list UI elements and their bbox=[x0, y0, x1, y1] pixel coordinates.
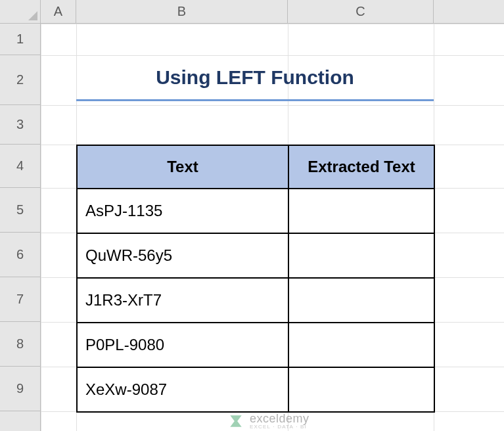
cell-extracted[interactable] bbox=[288, 278, 434, 323]
select-all-corner[interactable] bbox=[0, 0, 41, 24]
cell-extracted[interactable] bbox=[288, 323, 434, 367]
row-header-9[interactable]: 9 bbox=[0, 367, 41, 411]
cell-extracted[interactable] bbox=[288, 233, 434, 278]
watermark-tagline: EXCEL · DATA · BI bbox=[250, 424, 309, 430]
row-header-blank bbox=[0, 411, 41, 431]
cell-extracted[interactable] bbox=[288, 189, 434, 233]
header-text[interactable]: Text bbox=[77, 145, 288, 189]
cell-text[interactable]: QuWR-56y5 bbox=[77, 233, 288, 278]
table-row: XeXw-9087 bbox=[77, 367, 434, 412]
cell-extracted[interactable] bbox=[288, 367, 434, 412]
cell-text[interactable]: P0PL-9080 bbox=[77, 323, 288, 367]
row-header-7[interactable]: 7 bbox=[0, 277, 41, 322]
row-header-2[interactable]: 2 bbox=[0, 55, 41, 105]
data-table: Text Extracted Text AsPJ-1135QuWR-56y5J1… bbox=[76, 145, 435, 413]
table-row: AsPJ-1135 bbox=[77, 189, 434, 233]
row-header-5[interactable]: 5 bbox=[0, 188, 41, 233]
select-all-icon bbox=[28, 11, 37, 20]
table-row: P0PL-9080 bbox=[77, 323, 434, 367]
row-header-4[interactable]: 4 bbox=[0, 145, 41, 188]
cell-text[interactable]: AsPJ-1135 bbox=[77, 189, 288, 233]
spreadsheet: ABC 123456789 Using LEFT Function Text E… bbox=[0, 0, 504, 431]
row-headers: 123456789 bbox=[0, 24, 41, 431]
row-header-3[interactable]: 3 bbox=[0, 105, 41, 145]
table-row: J1R3-XrT7 bbox=[77, 278, 434, 323]
row-header-1[interactable]: 1 bbox=[0, 24, 41, 55]
column-header-B[interactable]: B bbox=[76, 0, 288, 24]
table-row: QuWR-56y5 bbox=[77, 233, 434, 278]
logo-icon bbox=[227, 413, 244, 430]
column-headers: ABC bbox=[41, 0, 504, 24]
watermark: exceldemy EXCEL · DATA · BI bbox=[227, 413, 309, 430]
row-header-8[interactable]: 8 bbox=[0, 322, 41, 367]
cell-text[interactable]: XeXw-9087 bbox=[77, 367, 288, 412]
column-header-C[interactable]: C bbox=[288, 0, 434, 24]
cell-grid[interactable]: Using LEFT Function Text Extracted Text … bbox=[41, 24, 504, 431]
column-header-blank bbox=[434, 0, 504, 24]
table-header-row: Text Extracted Text bbox=[77, 145, 434, 189]
watermark-brand: exceldemy bbox=[250, 413, 309, 424]
page-title: Using LEFT Function bbox=[76, 55, 434, 101]
row-header-6[interactable]: 6 bbox=[0, 233, 41, 277]
header-extracted[interactable]: Extracted Text bbox=[288, 145, 434, 189]
column-header-A[interactable]: A bbox=[41, 0, 76, 24]
cell-text[interactable]: J1R3-XrT7 bbox=[77, 278, 288, 323]
